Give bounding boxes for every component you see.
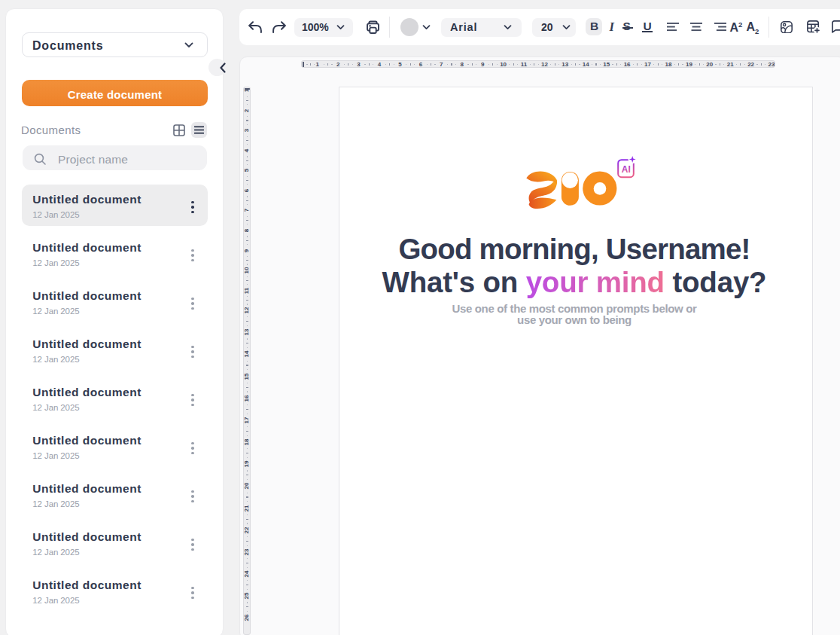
svg-text:AI: AI — [622, 164, 631, 175]
